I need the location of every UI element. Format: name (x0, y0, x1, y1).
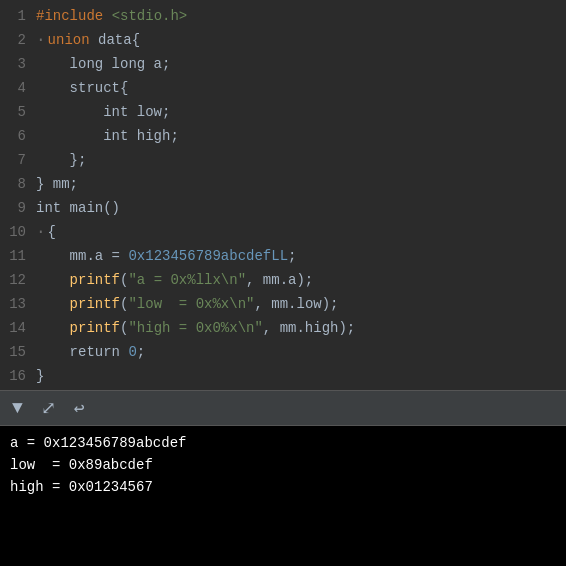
line-content: mm.a = 0x123456789abcdefLL; (36, 244, 296, 268)
line-number: 15 (0, 340, 36, 364)
line-number: 10 (0, 220, 36, 244)
code-line: 15 return 0; (0, 340, 566, 364)
code-line: 11 mm.a = 0x123456789abcdefLL; (0, 244, 566, 268)
code-line: 13 printf("low = 0x%x\n", mm.low); (0, 292, 566, 316)
line-number: 13 (0, 292, 36, 316)
terminal: a = 0x123456789abcdeflow = 0x89abcdefhig… (0, 426, 566, 566)
code-line: 9int main() (0, 196, 566, 220)
line-content: int main() (36, 196, 120, 220)
line-number: 16 (0, 364, 36, 388)
fold-marker[interactable]: · (36, 220, 46, 244)
line-number: 2 (0, 28, 36, 52)
code-line: 7 }; (0, 148, 566, 172)
code-line: 14 printf("high = 0x0%x\n", mm.high); (0, 316, 566, 340)
line-content: struct{ (36, 76, 128, 100)
line-content: } mm; (36, 172, 78, 196)
toolbar: ▼⤢↩ (0, 390, 566, 426)
line-content: printf("a = 0x%llx\n", mm.a); (36, 268, 313, 292)
line-number: 6 (0, 124, 36, 148)
terminal-line: a = 0x123456789abcdef (10, 432, 556, 454)
line-content: }; (36, 148, 86, 172)
code-line: 1#include <stdio.h> (0, 4, 566, 28)
line-content: union data{ (48, 28, 140, 52)
code-line: 2·union data{ (0, 28, 566, 52)
line-number: 3 (0, 52, 36, 76)
line-number: 7 (0, 148, 36, 172)
code-line: 16} (0, 364, 566, 388)
wrap-btn[interactable]: ↩ (70, 395, 89, 421)
line-content: long long a; (36, 52, 170, 76)
line-number: 1 (0, 4, 36, 28)
line-number: 12 (0, 268, 36, 292)
code-line: 3 long long a; (0, 52, 566, 76)
code-line: 8} mm; (0, 172, 566, 196)
line-content: int low; (36, 100, 170, 124)
code-line: 4 struct{ (0, 76, 566, 100)
code-line: 6 int high; (0, 124, 566, 148)
down-arrow-btn[interactable]: ▼ (8, 396, 27, 420)
terminal-line: high = 0x01234567 (10, 476, 556, 498)
line-content: #include <stdio.h> (36, 4, 187, 28)
line-number: 8 (0, 172, 36, 196)
expand-btn[interactable]: ⤢ (37, 395, 60, 421)
code-line: 10·{ (0, 220, 566, 244)
terminal-line: low = 0x89abcdef (10, 454, 556, 476)
code-line: 5 int low; (0, 100, 566, 124)
line-content: int high; (36, 124, 179, 148)
line-number: 4 (0, 76, 36, 100)
line-content: printf("high = 0x0%x\n", mm.high); (36, 316, 355, 340)
line-number: 9 (0, 196, 36, 220)
line-number: 11 (0, 244, 36, 268)
fold-marker[interactable]: · (36, 28, 46, 52)
line-content: return 0; (36, 340, 145, 364)
line-content: } (36, 364, 44, 388)
line-number: 14 (0, 316, 36, 340)
code-editor: 1#include <stdio.h>2·union data{3 long l… (0, 0, 566, 390)
line-content: printf("low = 0x%x\n", mm.low); (36, 292, 338, 316)
line-number: 5 (0, 100, 36, 124)
line-content: { (48, 220, 56, 244)
code-line: 12 printf("a = 0x%llx\n", mm.a); (0, 268, 566, 292)
